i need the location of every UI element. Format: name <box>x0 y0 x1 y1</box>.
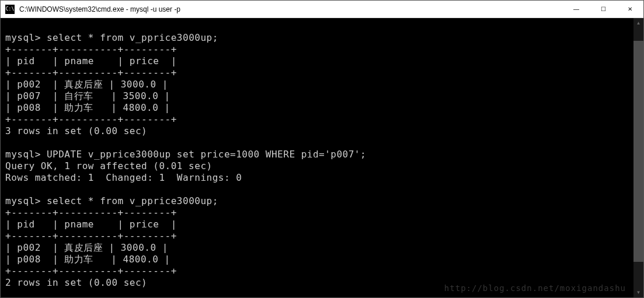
scrollbar-vertical[interactable]: ▲ ▼ <box>633 18 643 297</box>
table-border: +-------+----------+--------+ <box>5 44 177 55</box>
result-line: Query OK, 1 row affected (0.01 sec) <box>5 160 213 171</box>
table-row: | p002 | 真皮后座 | 3000.0 | <box>5 242 168 253</box>
maximize-button[interactable]: ☐ <box>590 1 617 17</box>
table-row: | p008 | 助力车 | 4800.0 | <box>5 102 170 113</box>
table-border: +-------+----------+--------+ <box>5 114 177 125</box>
watermark-text: http://blog.csdn.net/moxigandashu <box>444 283 626 293</box>
table-border: +-------+----------+--------+ <box>5 230 177 241</box>
table-border: +-------+----------+--------+ <box>5 207 177 218</box>
terminal-output[interactable]: mysql> select * from v_pprice3000up; +--… <box>1 18 633 297</box>
scroll-thumb[interactable] <box>633 41 643 261</box>
table-row: | p008 | 助力车 | 4800.0 | <box>5 254 170 265</box>
prompt: mysql> <box>5 195 41 206</box>
minimize-button[interactable]: — <box>563 1 590 17</box>
query-1: select * from v_pprice3000up; <box>47 32 218 43</box>
terminal-area: mysql> select * from v_pprice3000up; +--… <box>1 18 643 297</box>
cmd-window: C:\ C:\WINDOWS\system32\cmd.exe - mysql … <box>0 0 644 298</box>
result-summary: 2 rows in set (0.00 sec) <box>5 277 147 288</box>
close-button[interactable]: ✕ <box>617 1 643 17</box>
table-border: +-------+----------+--------+ <box>5 265 177 276</box>
cmd-icon: C:\ <box>5 5 15 14</box>
titlebar[interactable]: C:\ C:\WINDOWS\system32\cmd.exe - mysql … <box>1 1 643 18</box>
prompt: mysql> <box>5 149 41 160</box>
table-header-row: | pid | pname | price | <box>5 55 177 66</box>
window-title: C:\WINDOWS\system32\cmd.exe - mysql -u u… <box>19 5 563 13</box>
scroll-down-icon[interactable]: ▼ <box>633 288 643 297</box>
table-header-row: | pid | pname | price | <box>5 219 177 230</box>
query-3: select * from v_pprice3000up; <box>47 195 218 206</box>
table-border: +-------+----------+--------+ <box>5 67 177 78</box>
table-row: | p007 | 自行车 | 3500.0 | <box>5 90 170 101</box>
scroll-track[interactable] <box>633 28 643 288</box>
query-2: UPDATE v_pprice3000up set price=1000 WHE… <box>47 149 366 160</box>
blank-line <box>5 20 11 31</box>
result-summary: 3 rows in set (0.00 sec) <box>5 125 147 136</box>
prompt: mysql> <box>5 32 41 43</box>
table-row: | p002 | 真皮后座 | 3000.0 | <box>5 79 168 90</box>
scroll-up-icon[interactable]: ▲ <box>633 18 643 28</box>
result-line: Rows matched: 1 Changed: 1 Warnings: 0 <box>5 172 242 183</box>
window-controls: — ☐ ✕ <box>563 1 643 17</box>
